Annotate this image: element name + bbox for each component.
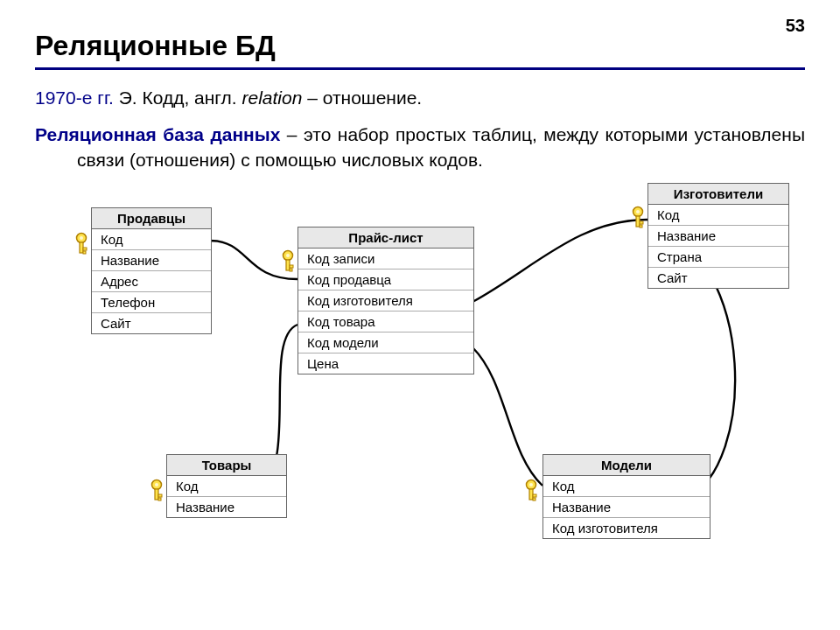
svg-point-11 — [636, 210, 640, 214]
svg-rect-12 — [636, 216, 640, 227]
svg-rect-17 — [155, 489, 158, 500]
svg-rect-19 — [158, 498, 161, 500]
entity-field: Название — [648, 226, 788, 247]
entity-field: Код изготовителя — [298, 290, 473, 312]
svg-rect-7 — [286, 260, 290, 270]
entity-header: Модели — [543, 455, 710, 476]
svg-point-16 — [155, 483, 158, 486]
intro-rest1: Э. Кодд, англ. — [114, 88, 242, 108]
slide-title: Реляционные БД — [35, 30, 805, 62]
definition-lead: Реляционная база данных — [35, 124, 280, 144]
entity-field: Адрес — [92, 271, 211, 292]
entity-field: Код продавца — [298, 270, 473, 290]
svg-point-1 — [80, 236, 83, 240]
entity-field: Код записи — [298, 248, 473, 270]
svg-rect-2 — [80, 242, 83, 253]
entity-header: Продавцы — [92, 208, 211, 229]
entity-manufacturers: Изготовители Код Название Страна Сайт — [648, 183, 789, 289]
entity-header: Товары — [167, 455, 286, 476]
svg-rect-14 — [640, 225, 642, 228]
entity-field: Название — [92, 250, 211, 271]
svg-rect-18 — [158, 494, 162, 497]
entity-field: Цена — [298, 354, 473, 374]
key-icon — [278, 249, 298, 274]
entity-field: Код — [167, 476, 286, 497]
definition-text: Реляционная база данных – это набор прос… — [35, 122, 805, 172]
entity-field: Код товара — [298, 312, 473, 332]
key-icon — [628, 206, 648, 230]
er-diagram: Продавцы Код Название Адрес Телефон Сайт… — [35, 181, 805, 566]
entity-header: Прайс-лист — [298, 228, 473, 248]
entity-field: Название — [167, 497, 286, 517]
entity-field: Код — [92, 229, 211, 250]
key-icon — [72, 232, 91, 256]
svg-rect-3 — [83, 248, 87, 250]
svg-rect-4 — [83, 251, 86, 254]
entity-field: Код изготовителя — [543, 518, 710, 538]
entity-field: Сайт — [648, 268, 788, 288]
entity-field: Страна — [648, 247, 788, 268]
intro-italic: relation — [242, 88, 302, 108]
entity-field: Код модели — [298, 332, 473, 354]
svg-point-6 — [286, 254, 290, 257]
entity-field: Код — [648, 205, 788, 226]
entity-field: Сайт — [92, 313, 211, 333]
intro-lead: 1970-е гг. — [35, 88, 114, 108]
svg-rect-24 — [533, 498, 536, 500]
svg-rect-23 — [533, 494, 536, 497]
entity-field: Название — [543, 497, 710, 518]
svg-point-21 — [529, 483, 533, 486]
entity-header: Изготовители — [648, 184, 788, 205]
svg-rect-8 — [290, 265, 293, 268]
entity-field: Код — [543, 476, 710, 497]
entity-models: Модели Код Название Код изготовителя — [542, 454, 710, 539]
entity-field: Телефон — [92, 292, 211, 313]
svg-rect-22 — [529, 489, 533, 500]
entity-goods: Товары Код Название — [166, 454, 287, 518]
entity-sellers: Продавцы Код Название Адрес Телефон Сайт — [91, 207, 212, 334]
intro-rest2: – отношение. — [302, 88, 422, 108]
title-rule — [35, 67, 805, 70]
key-icon — [147, 479, 166, 503]
key-icon — [522, 479, 541, 503]
entity-pricelist: Прайс-лист Код записи Код продавца Код и… — [298, 227, 474, 374]
svg-rect-13 — [640, 221, 643, 224]
page-number: 53 — [786, 16, 805, 36]
intro-text: 1970-е гг. Э. Кодд, англ. relation – отн… — [35, 86, 805, 110]
svg-rect-9 — [290, 269, 292, 271]
